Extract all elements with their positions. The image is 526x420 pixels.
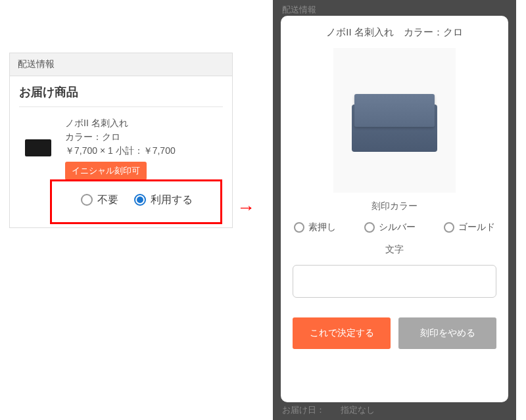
radio-icon (444, 222, 454, 233)
product-thumbnail (19, 132, 57, 164)
cardcase-illustration (352, 89, 437, 152)
engraving-badge: イニシャル刻印可 (65, 162, 147, 180)
color-blind-option[interactable]: 素押し (294, 222, 336, 233)
arrow-right-icon: → (237, 197, 255, 218)
cancel-button[interactable]: 刻印をやめる (398, 317, 496, 349)
engraving-text-input[interactable] (293, 265, 496, 298)
cardcase-flap (354, 94, 435, 127)
delivery-date-value: 指定なし (341, 404, 375, 416)
color-silver-option[interactable]: シルバー (364, 222, 416, 233)
radio-icon (294, 222, 304, 233)
shipping-header: 配送情報 (10, 53, 232, 76)
radio-icon (364, 222, 375, 233)
backdrop-shipping-label: 配送情報 (282, 4, 316, 16)
engrave-color-group: 素押し シルバー ゴールド (293, 222, 496, 233)
confirm-button[interactable]: これで決定する (293, 317, 391, 349)
delivery-date-label: お届け日： (282, 404, 325, 416)
item-name: ノボII 名刺入れ (65, 116, 223, 130)
engrave-color-label: 刻印カラー (293, 200, 496, 212)
items-title: お届け商品 (19, 84, 223, 107)
item-color: カラー：クロ (65, 130, 223, 144)
color-gold-option[interactable]: ゴールド (444, 222, 495, 233)
emphasis-outline (50, 179, 222, 224)
color-gold-label: ゴールド (458, 222, 495, 233)
cardcase-black-icon (25, 139, 51, 156)
color-silver-label: シルバー (379, 222, 416, 233)
right-backdrop: 配送情報 お届け日： 指定なし ノボII 名刺入れ カラー：クロ 刻印カラー 素… (273, 0, 516, 420)
modal-button-row: これで決定する 刻印をやめる (293, 317, 496, 349)
backdrop-delivery-row: お届け日： 指定なし (282, 404, 375, 416)
modal-title: ノボII 名刺入れ カラー：クロ (293, 26, 496, 39)
text-label: 文字 (293, 244, 496, 256)
product-image (333, 48, 456, 193)
engraving-modal: ノボII 名刺入れ カラー：クロ 刻印カラー 素押し シルバー ゴールド 文字 (281, 16, 508, 402)
item-price: ￥7,700 × 1 小計：￥7,700 (65, 144, 223, 158)
color-blind-label: 素押し (308, 222, 336, 233)
